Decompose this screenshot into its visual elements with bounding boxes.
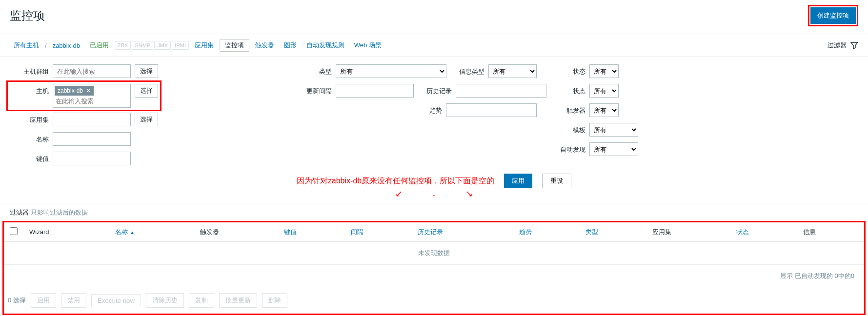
tab-triggers[interactable]: 触发器 <box>251 39 278 52</box>
trends-input[interactable] <box>446 103 537 117</box>
disable-button: 禁用 <box>61 293 86 308</box>
clear-history-button: 清除历史 <box>146 293 184 308</box>
items-table: Wizard 名称 ▲ 触发器 键值 间隔 历史记录 趋势 类型 应用集 状态 … <box>4 222 864 264</box>
filter-note-label: 过滤器 <box>10 209 29 216</box>
filter-toggle-label: 过滤器 <box>828 41 847 50</box>
info-type-select[interactable]: 所有 <box>488 64 537 78</box>
zbx-badge: ZBX <box>115 41 131 50</box>
host-label: 主机 <box>10 84 49 96</box>
breadcrumb-sep: / <box>45 42 47 49</box>
host-tag: zabbix-db ✕ <box>55 86 94 96</box>
col-key[interactable]: 键值 <box>278 222 345 242</box>
tab-graphs[interactable]: 图形 <box>280 39 301 52</box>
template-select[interactable]: 所有 <box>589 123 638 137</box>
annotation-arrows: ↙ ↓ ↘ <box>10 188 858 199</box>
reset-button[interactable]: 重设 <box>542 174 571 188</box>
create-item-button[interactable]: 创建监控项 <box>810 7 856 24</box>
interval-input[interactable] <box>336 84 414 98</box>
filter-note-sub: 只影响过滤后的数据 <box>31 209 88 216</box>
page-title: 监控项 <box>10 8 45 23</box>
key-input[interactable] <box>53 152 131 165</box>
type-select[interactable]: 所有 <box>336 64 446 78</box>
host-input[interactable] <box>55 97 129 106</box>
all-hosts-link[interactable]: 所有主机 <box>10 39 43 52</box>
status-select[interactable]: 所有 <box>589 84 619 98</box>
arrow-icon: ↓ <box>432 188 436 199</box>
apply-button[interactable]: 应用 <box>504 174 532 188</box>
host-filter-highlight: 主机 zabbix-db ✕ 选择 <box>6 80 161 111</box>
col-type[interactable]: 类型 <box>580 222 646 242</box>
execute-now-button: Execute now <box>91 294 141 307</box>
col-trends[interactable]: 趋势 <box>513 222 580 242</box>
host-navbar: 所有主机 / zabbix-db 已启用 ZBX SNMP JMX IPMI 应… <box>0 34 868 57</box>
table-highlight: Wizard 名称 ▲ 触发器 键值 间隔 历史记录 趋势 类型 应用集 状态 … <box>2 221 866 315</box>
discovery-select[interactable]: 所有 <box>589 142 638 156</box>
host-tag-text: zabbix-db <box>58 87 83 94</box>
selected-count: 0 选择 <box>8 296 26 305</box>
enable-button: 启用 <box>31 293 56 308</box>
state-label: 状态 <box>546 64 585 76</box>
col-status[interactable]: 状态 <box>730 222 797 242</box>
history-label: 历史记录 <box>418 84 452 96</box>
application-select-button[interactable]: 选择 <box>135 113 158 126</box>
trends-label: 趋势 <box>408 103 442 115</box>
mass-update-button: 批量更新 <box>219 293 257 308</box>
name-input[interactable] <box>53 132 131 146</box>
filter-note: 过滤器 只影响过滤后的数据 <box>0 204 868 221</box>
snmp-badge: SNMP <box>132 41 153 50</box>
delete-button: 删除 <box>262 293 287 308</box>
col-info: 信息 <box>797 222 864 242</box>
arrow-icon: ↘ <box>465 188 473 199</box>
col-triggers: 触发器 <box>194 222 278 242</box>
filter-icon <box>850 41 858 49</box>
state-select[interactable]: 所有 <box>589 64 619 78</box>
action-bar: 0 选择 启用 禁用 Execute now 清除历史 复制 批量更新 删除 <box>4 287 864 314</box>
host-group-input[interactable] <box>53 64 131 78</box>
select-all-checkbox[interactable] <box>10 227 18 235</box>
info-type-label: 信息类型 <box>450 64 484 76</box>
protocol-badges: ZBX SNMP JMX IPMI <box>115 41 189 50</box>
create-button-highlight: 创建监控项 <box>808 5 858 26</box>
host-select-button[interactable]: 选择 <box>135 84 158 98</box>
interval-label: 更新间隔 <box>293 84 332 96</box>
triggers-select[interactable]: 所有 <box>589 103 619 117</box>
col-interval[interactable]: 间隔 <box>345 222 412 242</box>
col-applications: 应用集 <box>646 222 730 242</box>
table-footer: 显示 已自动发现的 0中的0 <box>4 264 864 287</box>
tab-discovery[interactable]: 自动发现规则 <box>303 39 348 52</box>
type-label: 类型 <box>293 64 332 76</box>
status-label: 状态 <box>546 84 585 96</box>
host-group-label: 主机群组 <box>10 64 49 76</box>
tab-items[interactable]: 监控项 <box>220 39 249 52</box>
application-input[interactable] <box>53 113 131 126</box>
template-label: 模板 <box>546 123 585 135</box>
host-status: 已启用 <box>86 39 113 52</box>
key-label: 键值 <box>10 152 49 163</box>
tab-applications[interactable]: 应用集 <box>191 39 218 52</box>
application-label: 应用集 <box>10 113 49 124</box>
col-history[interactable]: 历史记录 <box>412 222 513 242</box>
discovery-label: 自动发现 <box>546 142 585 154</box>
no-data-message: 未发现数据 <box>4 242 864 265</box>
col-wizard: Wizard <box>23 222 109 242</box>
annotation-text: 因为针对zabbix-db原来没有任何监控项，所以下面是空的 <box>297 176 494 186</box>
history-input[interactable] <box>456 84 546 98</box>
copy-button: 复制 <box>189 293 214 308</box>
triggers-filter-label: 触发器 <box>546 103 585 115</box>
filter-panel: 主机群组 选择 主机 zabbix-db ✕ <box>0 57 868 204</box>
host-group-select-button[interactable]: 选择 <box>135 64 158 78</box>
host-link[interactable]: zabbix-db <box>49 40 84 51</box>
sort-asc-icon: ▲ <box>130 230 135 235</box>
ipmi-badge: IPMI <box>172 41 189 50</box>
arrow-icon: ↙ <box>395 188 403 199</box>
host-tag-remove-icon[interactable]: ✕ <box>86 87 91 94</box>
host-tag-box[interactable]: zabbix-db ✕ <box>53 84 131 108</box>
jmx-badge: JMX <box>154 41 171 50</box>
name-label: 名称 <box>10 132 49 144</box>
col-name[interactable]: 名称 ▲ <box>109 222 194 242</box>
filter-toggle[interactable]: 过滤器 <box>828 41 858 50</box>
trends-spacer <box>293 103 332 106</box>
tab-web[interactable]: Web 场景 <box>350 39 385 52</box>
table-header-row: Wizard 名称 ▲ 触发器 键值 间隔 历史记录 趋势 类型 应用集 状态 … <box>4 222 864 242</box>
